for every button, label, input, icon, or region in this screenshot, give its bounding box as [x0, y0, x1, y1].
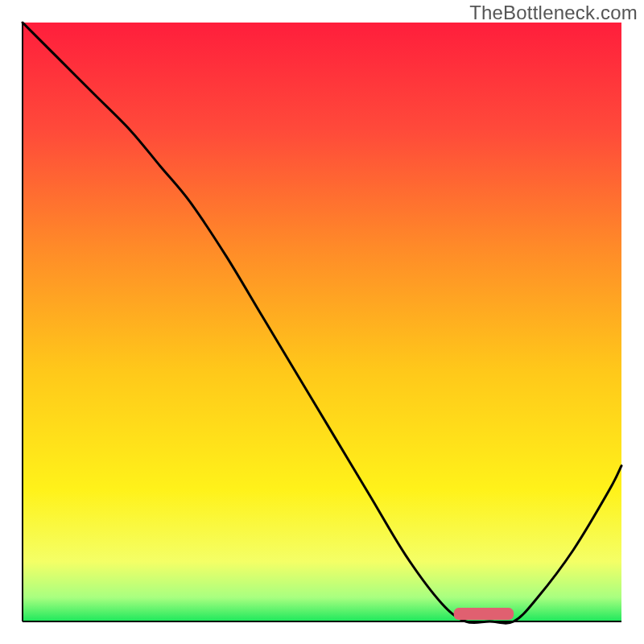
bottleneck-chart [0, 0, 644, 644]
optimal-marker [454, 608, 514, 620]
